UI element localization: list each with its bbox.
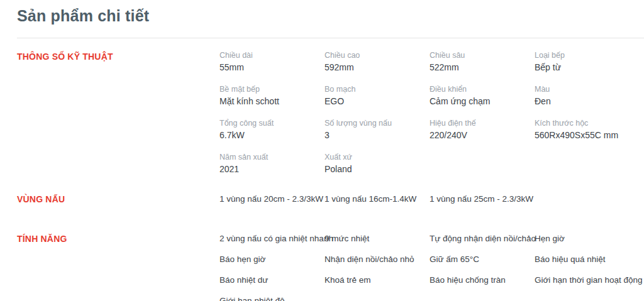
spec-value: 592mm (325, 62, 422, 73)
spec-label: Bo mạch (325, 85, 422, 94)
zone-item: 1 vùng nấu 25cm - 2.3/3kW (430, 194, 535, 204)
spec-value: EGO (325, 96, 422, 107)
zones-grid: 1 vùng nấu 20cm - 2.3/3kW 1 vùng nấu 16c… (219, 194, 644, 204)
spec-label: Kích thước hộc (535, 119, 632, 128)
spec-item: Tổng công suất 6.7kW (219, 119, 325, 141)
feature-item: 2 vùng nấu có gia nhiệt nhanh (219, 233, 325, 244)
spec-label: Loại bếp (535, 51, 632, 60)
feature-item: Tự động nhận diện nồi/chảo (430, 233, 535, 244)
cooking-zones-section: VÙNG NẤU 1 vùng nấu 20cm - 2.3/3kW 1 vùn… (17, 194, 644, 204)
spec-value: 3 (325, 130, 422, 141)
spec-label: Chiều sâu (430, 51, 527, 60)
spec-item: Loại bếp Bếp từ (535, 51, 640, 73)
features-grid: 2 vùng nấu có gia nhiệt nhanh 9 mức nhiệ… (219, 233, 644, 301)
spec-label: Chiều dài (219, 51, 317, 60)
spec-value: 6.7kW (219, 130, 317, 141)
spec-item: Năm sản xuất 2021 (219, 153, 325, 175)
spec-label: Chiều cao (325, 51, 422, 60)
page-title: Sản phẩm chi tiết (17, 0, 644, 25)
spec-item: Xuất xứ Poland (325, 153, 430, 175)
feature-item: Báo hiệu chống tràn (430, 275, 535, 285)
spec-label: Tổng công suất (219, 119, 317, 128)
spec-label: Số lượng vùng nấu (325, 119, 422, 128)
spec-label: Bề mặt bếp (219, 85, 317, 94)
spec-item: Kích thước hộc 560Rx490Sx55C mm (535, 119, 640, 141)
spec-label: Điều khiển (430, 85, 527, 94)
specs-grid: Chiều dài 55mm Chiều cao 592mm Chiều sâu… (219, 51, 644, 175)
specs-section: THÔNG SỐ KỸ THUẬT Chiều dài 55mm Chiều c… (17, 51, 644, 175)
spec-label: Màu (535, 85, 632, 94)
product-detail-page: Sản phẩm chi tiết THÔNG SỐ KỸ THUẬT Chiề… (0, 0, 644, 301)
spec-value: Đen (535, 96, 632, 107)
spec-value: Cảm ứng chạm (430, 96, 527, 107)
spec-label: Xuất xứ (325, 153, 422, 162)
spec-value: 560Rx490Sx55C mm (535, 130, 632, 141)
spec-item: Hiệu điện thế 220/240V (430, 119, 535, 141)
section-heading-features: TÍNH NĂNG (17, 233, 219, 244)
spec-item: Bề mặt bếp Mặt kính schott (219, 85, 325, 107)
spec-value: 2021 (219, 164, 317, 175)
spec-label: Hiệu điện thế (430, 119, 527, 128)
feature-item: Giới hạn nhiệt độ (219, 295, 325, 301)
spec-value: 522mm (430, 62, 527, 73)
feature-item: Giữ ấm 65°C (430, 254, 535, 265)
feature-item: Báo hiệu quá nhiệt (535, 254, 640, 265)
spec-label: Năm sản xuất (219, 153, 317, 162)
feature-item: Nhận diện nồi/chảo nhỏ (325, 254, 430, 265)
spec-item: Chiều sâu 522mm (430, 51, 535, 73)
feature-item: Báo nhiệt dư (219, 275, 325, 285)
title-divider (17, 38, 644, 38)
spec-value: Mặt kính schott (219, 96, 317, 107)
feature-item: Báo hẹn giờ (219, 254, 325, 265)
spec-item: Chiều dài 55mm (219, 51, 325, 73)
zone-item: 1 vùng nấu 16cm-1.4kW (325, 194, 430, 204)
spec-item: Số lượng vùng nấu 3 (325, 119, 430, 141)
spec-item: Màu Đen (535, 85, 640, 107)
spec-value: Poland (325, 164, 422, 175)
features-section: TÍNH NĂNG 2 vùng nấu có gia nhiệt nhanh … (17, 233, 644, 301)
spec-value: 55mm (219, 62, 317, 73)
spec-item: Chiều cao 592mm (325, 51, 430, 73)
spec-value: 220/240V (430, 130, 527, 141)
spec-item: Bo mạch EGO (325, 85, 430, 107)
section-heading-specs: THÔNG SỐ KỸ THUẬT (17, 51, 219, 62)
feature-item: Giới hạn thời gian hoạt động (535, 275, 640, 285)
spec-item: Điều khiển Cảm ứng chạm (430, 85, 535, 107)
feature-item: Khoá trẻ em (325, 275, 430, 285)
feature-item: Hẹn giờ (535, 233, 640, 244)
spec-value: Bếp từ (535, 62, 632, 73)
feature-item: 9 mức nhiệt (325, 233, 430, 244)
zone-item: 1 vùng nấu 20cm - 2.3/3kW (219, 194, 325, 204)
section-heading-zones: VÙNG NẤU (17, 194, 219, 204)
